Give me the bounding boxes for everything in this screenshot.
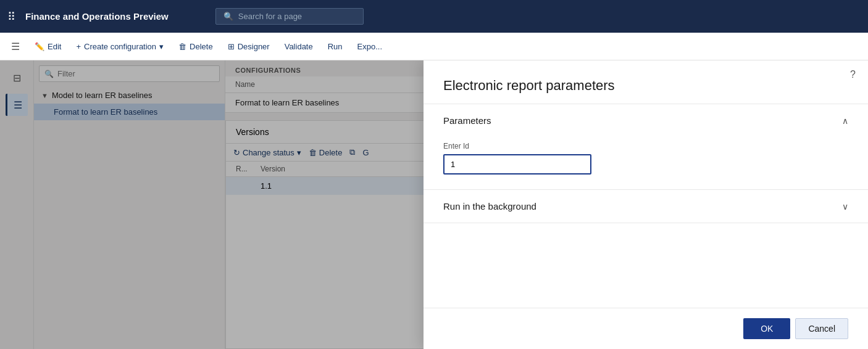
toolbar: ☰ ✏️ Edit + Create configuration ▾ 🗑 Del… xyxy=(0,33,868,60)
edit-button[interactable]: ✏️ Edit xyxy=(28,39,67,54)
background-chevron-icon: ∨ xyxy=(842,202,848,211)
export-button[interactable]: Expo... xyxy=(351,39,388,54)
parameters-section-content: Enter Id xyxy=(424,137,868,189)
trash-icon: 🗑 xyxy=(178,42,186,51)
parameters-section: Parameters ∧ Enter Id xyxy=(424,104,868,190)
modal-body: Parameters ∧ Enter Id Run in the backgro… xyxy=(424,104,868,308)
plus-icon: + xyxy=(76,42,81,51)
modal-help-button[interactable]: ? xyxy=(850,69,856,80)
enter-id-label: Enter Id xyxy=(443,142,848,150)
top-nav: ⠿ Finance and Operations Preview 🔍 Searc… xyxy=(0,0,868,33)
background-section-header[interactable]: Run in the background ∨ xyxy=(424,190,868,223)
background-section: Run in the background ∨ xyxy=(424,190,868,223)
parameters-section-header[interactable]: Parameters ∧ xyxy=(424,104,868,137)
search-bar[interactable]: 🔍 Search for a page xyxy=(215,8,364,25)
designer-icon: ⊞ xyxy=(228,42,235,51)
modal-footer: OK Cancel xyxy=(424,308,868,349)
modal-header: Electronic report parameters ? xyxy=(424,60,868,104)
app-title: Finance and Operations Preview xyxy=(25,11,169,22)
edit-icon: ✏️ xyxy=(35,42,44,51)
designer-button[interactable]: ⊞ Designer xyxy=(222,39,276,54)
ok-button[interactable]: OK xyxy=(743,318,790,339)
chevron-down-icon: ▾ xyxy=(159,42,164,51)
modal-panel: Electronic report parameters ? Parameter… xyxy=(424,60,868,349)
modal-title: Electronic report parameters xyxy=(443,78,848,94)
parameters-chevron-icon: ∧ xyxy=(842,116,848,126)
validate-button[interactable]: Validate xyxy=(278,39,319,54)
sidebar-toggle-button[interactable]: ☰ xyxy=(5,38,26,55)
grid-icon[interactable]: ⠿ xyxy=(7,10,15,23)
parameters-section-title: Parameters xyxy=(443,115,491,126)
background-section-title: Run in the background xyxy=(443,201,536,211)
enter-id-input[interactable] xyxy=(443,154,591,175)
search-icon: 🔍 xyxy=(223,12,233,21)
run-button[interactable]: Run xyxy=(322,39,349,54)
main-area: ⊟ ☰ 🔍 ▼ Model to learn ER baselines Form… xyxy=(0,60,868,349)
create-configuration-button[interactable]: + Create configuration ▾ xyxy=(70,39,170,54)
modal-overlay: Electronic report parameters ? Parameter… xyxy=(0,60,868,349)
search-placeholder: Search for a page xyxy=(238,12,302,21)
delete-button[interactable]: 🗑 Delete xyxy=(172,39,219,54)
cancel-button[interactable]: Cancel xyxy=(795,318,848,339)
